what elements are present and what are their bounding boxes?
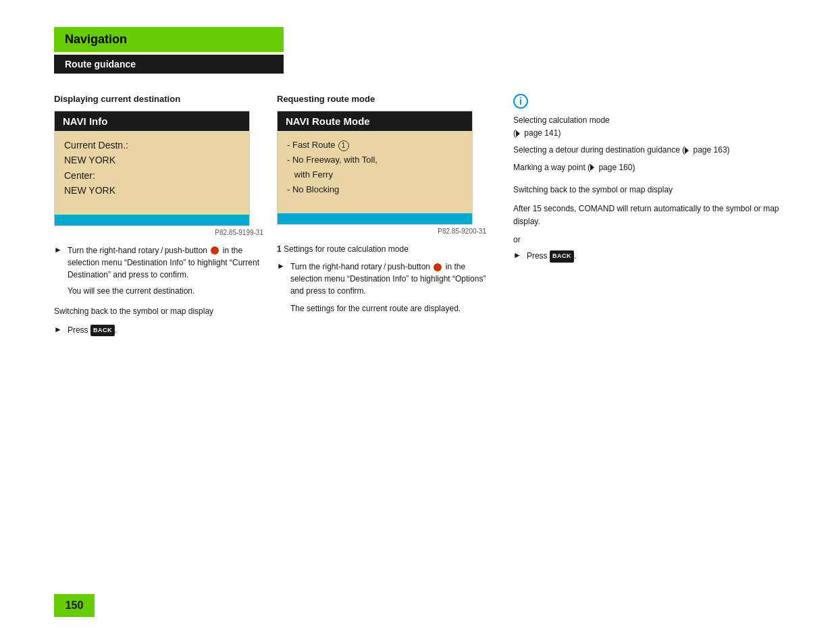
navi-info-header: NAVI Info bbox=[55, 111, 249, 131]
navi-info-footer-bar bbox=[55, 215, 249, 225]
left-switching-back: Switching back to the symbol or map disp… bbox=[54, 305, 263, 317]
bullet-text-1: Turn the right-hand rotary / push-button… bbox=[68, 244, 263, 281]
bullet-arrow-back-right: ► bbox=[513, 250, 521, 260]
navi-route-content: - Fast Route 1 - No Freeway, with Toll, … bbox=[278, 131, 472, 224]
route-item-3: with Ferry bbox=[287, 167, 463, 182]
left-heading: Displaying current destination bbox=[54, 94, 263, 104]
middle-bullet-1: ► Turn the right-hand rotary / push-butt… bbox=[277, 261, 486, 297]
page-number-box: 150 bbox=[54, 594, 95, 617]
page-container: Navigation Route guidance Displaying cur… bbox=[0, 0, 834, 644]
right-switching-back: Switching back to the symbol or map disp… bbox=[513, 184, 780, 196]
route-guidance-bar: Route guidance bbox=[54, 55, 284, 74]
navi-info-block: NAVI Info Current Destn.: NEW YORK Cente… bbox=[54, 111, 250, 226]
route-guidance-label: Route guidance bbox=[65, 59, 136, 70]
left-press-back-text: Press BACK. bbox=[68, 324, 117, 337]
settings-note-text: Settings for route calculation mode bbox=[284, 244, 409, 254]
navi-info-content: Current Destn.: NEW YORK Center: NEW YOR… bbox=[55, 131, 249, 225]
bullet-arrow-1: ► bbox=[54, 245, 62, 254]
left-period: . bbox=[115, 325, 117, 335]
page-number: 150 bbox=[66, 599, 84, 611]
column-left: Displaying current destination NAVI Info… bbox=[54, 94, 263, 342]
settings-note-num: 1 bbox=[277, 244, 282, 254]
middle-heading: Requesting route mode bbox=[277, 94, 486, 104]
tri-3 bbox=[590, 164, 594, 171]
navi-route-header: NAVI Route Mode bbox=[278, 111, 472, 131]
you-will-see-text: You will see the current destination. bbox=[68, 286, 263, 296]
right-press-back-item: ► Press BACK. bbox=[513, 250, 780, 263]
route-item-1: - Fast Route 1 bbox=[287, 138, 463, 153]
navi-line-3: Center: bbox=[64, 168, 240, 183]
tri-2 bbox=[685, 147, 689, 154]
info-link-1: Selecting calculation mode ( page 141) bbox=[513, 114, 780, 140]
after-15-text: After 15 seconds, COMAND will return aut… bbox=[513, 203, 780, 228]
navi-line-2: NEW YORK bbox=[64, 153, 240, 167]
middle-bullet-text-1: Turn the right-hand rotary / push-button… bbox=[290, 261, 486, 297]
left-bullet-1: ► Turn the right-hand rotary / push-butt… bbox=[54, 244, 263, 281]
middle-bullet-arrow-1: ► bbox=[277, 261, 285, 271]
navi-route-block: NAVI Route Mode - Fast Route 1 - No Free… bbox=[277, 111, 473, 225]
left-image-caption: P82.85-9199-31 bbox=[54, 229, 263, 236]
info-section: i Selecting calculation mode ( page 141)… bbox=[513, 94, 780, 174]
settings-displayed-text: The settings for the current route are d… bbox=[290, 302, 486, 315]
route-item-1-text: - Fast Route bbox=[287, 138, 336, 153]
right-period: . bbox=[574, 251, 576, 261]
info-link-2: Selecting a detour during destination gu… bbox=[513, 144, 780, 157]
header-section: Navigation Route guidance bbox=[54, 27, 780, 74]
info-links-list: Selecting calculation mode ( page 141) S… bbox=[513, 114, 780, 174]
route-item-2: - No Freeway, with Toll, bbox=[287, 153, 463, 167]
route-item-4: - No Blocking bbox=[287, 182, 463, 197]
left-back-button: BACK bbox=[90, 325, 115, 337]
navi-line-4: NEW YORK bbox=[64, 183, 240, 198]
navi-line-1: Current Destn.: bbox=[64, 138, 240, 153]
right-back-button: BACK bbox=[550, 250, 574, 263]
rotary-icon-1 bbox=[211, 246, 219, 254]
nav-title-bar: Navigation bbox=[54, 27, 284, 52]
settings-note: 1 Settings for route calculation mode bbox=[277, 243, 486, 255]
bullet-arrow-back-left: ► bbox=[54, 325, 62, 334]
navi-route-footer-bar bbox=[278, 213, 472, 224]
left-press-label: Press bbox=[68, 325, 88, 335]
right-press-label: Press bbox=[527, 251, 548, 261]
tri-1 bbox=[516, 130, 520, 137]
or-text: or bbox=[513, 235, 780, 244]
right-press-back-text: Press BACK. bbox=[527, 250, 576, 263]
column-middle: Requesting route mode NAVI Route Mode - … bbox=[277, 94, 486, 324]
nav-title: Navigation bbox=[65, 32, 127, 46]
info-icon: i bbox=[513, 94, 528, 109]
column-right: i Selecting calculation mode ( page 141)… bbox=[500, 94, 780, 268]
rotary-icon-middle bbox=[434, 263, 442, 271]
content-columns: Displaying current destination NAVI Info… bbox=[54, 94, 780, 342]
middle-image-caption: P82.85-9200-31 bbox=[277, 227, 486, 235]
left-press-back-item: ► Press BACK. bbox=[54, 324, 263, 337]
fast-route-circle: 1 bbox=[338, 140, 349, 151]
info-link-3: Marking a way point ( page 160) bbox=[513, 161, 780, 174]
